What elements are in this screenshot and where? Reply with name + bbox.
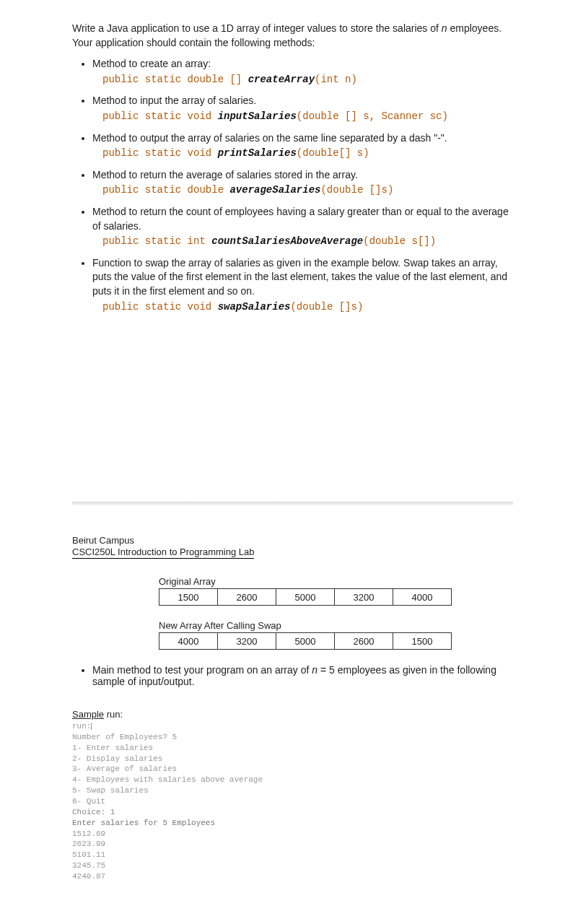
- array-cell: 2600: [218, 589, 276, 606]
- course-label: CSCI250L Introduction to Programming Lab: [72, 546, 254, 559]
- original-array-block: Original Array 1500 2600 5000 3200 4000: [159, 576, 513, 606]
- method-signature: public static double averageSalaries(dou…: [102, 183, 513, 198]
- main-method-note: Main method to test your program on an a…: [72, 664, 513, 687]
- assignment-page-1: Write a Java application to use a 1D arr…: [0, 0, 578, 336]
- sample-run-output: run: Number of Employees? 5 1- Enter sal…: [72, 721, 513, 882]
- array-cell: 5000: [276, 633, 335, 650]
- assignment-page-2: Beirut Campus CSCI250L Introduction to P…: [0, 506, 578, 897]
- array-cell: 1500: [393, 633, 452, 650]
- intro-n: n: [442, 22, 447, 34]
- method-signature: public static void printSalaries(double[…: [102, 147, 513, 161]
- array-cell: 3200: [335, 589, 393, 606]
- method-item: Method to input the array of salaries. p…: [92, 94, 513, 123]
- method-desc: Method to return the average of salaries…: [92, 168, 513, 183]
- method-item: Function to swap the array of salaries a…: [92, 256, 513, 314]
- method-signature: public static int countSalariesAboveAver…: [102, 235, 513, 249]
- method-item: Method to output the array of salaries o…: [92, 131, 513, 161]
- intro-line2: Your application should contain the foll…: [72, 36, 513, 51]
- intro-part2: employees.: [447, 22, 502, 34]
- method-desc: Function to swap the array of salaries a…: [92, 256, 513, 299]
- sample-run-heading: Sample run:: [72, 709, 513, 720]
- method-signature: public static double [] createArray(int …: [102, 73, 513, 87]
- method-item: Method to return the average of salaries…: [92, 168, 513, 198]
- method-desc: Method to return the count of employees …: [92, 205, 513, 233]
- swapped-array-label: New Array After Calling Swap: [159, 620, 513, 631]
- array-cell: 5000: [276, 589, 335, 606]
- array-cell: 3200: [218, 633, 276, 650]
- method-desc: Method to output the array of salaries o…: [92, 131, 513, 146]
- swapped-array-table: 4000 3200 5000 2600 1500: [159, 632, 452, 650]
- page-gap: [0, 336, 578, 502]
- method-desc: Method to input the array of salaries.: [92, 94, 513, 108]
- swapped-array-block: New Array After Calling Swap 4000 3200 5…: [159, 620, 513, 650]
- array-cell: 1500: [159, 589, 218, 606]
- array-cell: 4000: [159, 633, 218, 650]
- method-desc: Method to create an array:: [92, 57, 513, 71]
- method-item: Method to return the count of employees …: [92, 205, 513, 249]
- intro-part1: Write a Java application to use a 1D arr…: [72, 22, 442, 34]
- campus-label: Beirut Campus: [72, 535, 513, 546]
- main-note-item: Main method to test your program on an a…: [92, 664, 513, 687]
- method-signature: public static void inputSalaries(double …: [102, 110, 513, 124]
- method-signature: public static void swapSalaries(double […: [102, 300, 513, 315]
- original-array-table: 1500 2600 5000 3200 4000: [159, 588, 452, 606]
- array-cell: 2600: [335, 633, 393, 650]
- intro-text: Write a Java application to use a 1D arr…: [72, 22, 513, 50]
- array-cell: 4000: [393, 589, 452, 606]
- method-item: Method to create an array: public static…: [92, 57, 513, 87]
- methods-list: Method to create an array: public static…: [72, 57, 513, 314]
- cursor-icon: [91, 723, 92, 730]
- original-array-label: Original Array: [159, 576, 513, 587]
